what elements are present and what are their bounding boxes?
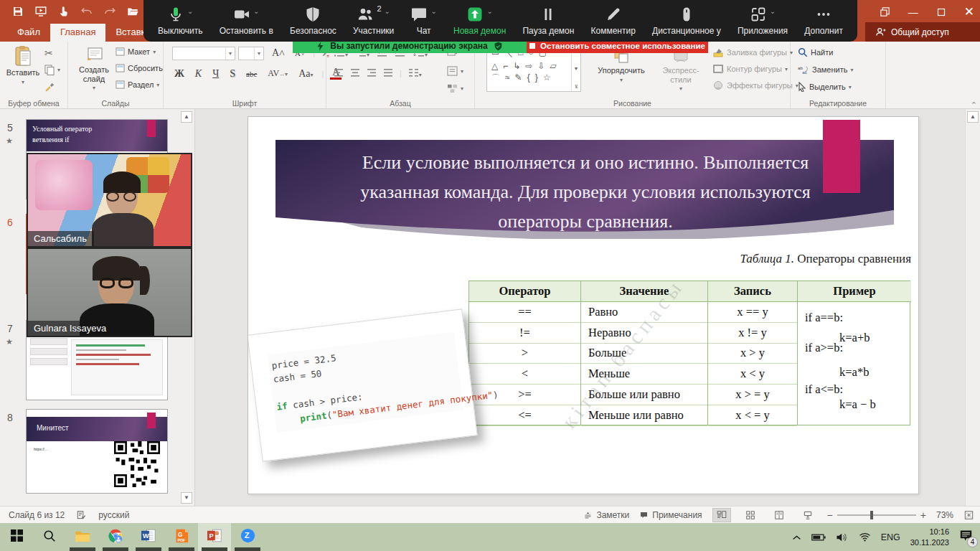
zoom-in-button[interactable]: + bbox=[920, 509, 926, 521]
font-underline-button[interactable]: Ч bbox=[210, 68, 221, 80]
fit-to-window-icon[interactable] bbox=[963, 510, 974, 520]
zoom-annotate-button[interactable]: Комментир bbox=[588, 0, 639, 42]
zoom-new-share-button[interactable]: ⌄ Новая демон bbox=[451, 0, 509, 42]
quick-styles-button[interactable]: Экспресс-стили▾ bbox=[656, 47, 706, 92]
close-button[interactable]: ✕ bbox=[964, 4, 974, 19]
font-name-input[interactable]: ▾ bbox=[172, 47, 235, 60]
comments-button[interactable]: Примечания bbox=[639, 510, 702, 520]
save-icon[interactable] bbox=[11, 5, 24, 18]
code-snippet-image[interactable]: price = 32.5cash = 50 if cash > price: p… bbox=[248, 309, 478, 461]
taskbar-explorer-button[interactable] bbox=[66, 523, 99, 551]
shapes-gallery-scroll[interactable]: ▲▼⊻ bbox=[571, 47, 580, 91]
zoom-remote-control-button[interactable]: Дистанционное у bbox=[649, 0, 724, 42]
shape-icon[interactable]: ▱ bbox=[550, 61, 556, 71]
shape-icon[interactable]: ⌒ bbox=[491, 72, 500, 85]
font-bold-button[interactable]: Ж bbox=[172, 68, 187, 80]
zoom-mute-button[interactable]: ⌄ Выключить bbox=[155, 0, 205, 42]
current-slide[interactable]: Если условие выполняется и оно истинно. … bbox=[248, 116, 919, 494]
slide-sorter-view-button[interactable] bbox=[741, 508, 760, 522]
shape-icon[interactable]: ⌐ bbox=[503, 61, 508, 71]
taskbar-zoom-app-button[interactable]: Z bbox=[231, 523, 264, 551]
popout-icon[interactable] bbox=[880, 7, 890, 17]
taskbar-powerpoint-button[interactable]: P bbox=[198, 523, 231, 551]
tab-Файл[interactable]: Файл bbox=[7, 24, 50, 42]
tray-expand-icon[interactable] bbox=[792, 534, 801, 541]
canvas-scrollbar[interactable]: ▲ bbox=[965, 109, 980, 506]
comparison-operators-table[interactable]: Оператор==!=><>=<=ЗначениеРавноНеравноБо… bbox=[468, 281, 910, 425]
align-text-button[interactable]: ▾ bbox=[447, 66, 463, 76]
section-button[interactable]: Раздел▾ bbox=[116, 80, 159, 89]
convert-smartart-button[interactable]: ▾ bbox=[447, 83, 463, 93]
canvas-scroll-up[interactable]: ▲ bbox=[967, 111, 979, 123]
align-left-button[interactable] bbox=[334, 68, 344, 78]
paste-button[interactable]: Вставить▾ bbox=[4, 45, 42, 85]
font-shadow-button[interactable]: S bbox=[227, 68, 237, 80]
maximize-button[interactable] bbox=[937, 8, 946, 17]
change-case-button[interactable]: Aa▾ bbox=[296, 68, 315, 80]
slideshow-view-button[interactable] bbox=[798, 508, 817, 522]
tab-Главная[interactable]: Главная bbox=[50, 24, 105, 42]
font-size-input[interactable]: ▾ bbox=[238, 47, 264, 60]
justify-button[interactable] bbox=[383, 68, 393, 78]
font-italic-button[interactable]: К bbox=[193, 68, 204, 80]
zoom-slider[interactable]: − + bbox=[827, 509, 926, 521]
share-access-button[interactable]: Общий доступ bbox=[865, 22, 980, 42]
notification-center-button[interactable]: 4 bbox=[959, 529, 973, 545]
taskbar-chrome-button[interactable] bbox=[99, 523, 132, 551]
layout-button[interactable]: Макет▾ bbox=[116, 47, 156, 56]
zoom-level[interactable]: 73% bbox=[936, 510, 953, 520]
video-tile-1[interactable]: Сальсабиль bbox=[27, 153, 192, 248]
chevron-down-icon[interactable]: ⌄ bbox=[486, 7, 492, 15]
battery-icon[interactable] bbox=[811, 533, 826, 542]
shape-icon[interactable]: ✎ bbox=[515, 72, 522, 85]
shape-icon[interactable]: ↳ bbox=[513, 61, 520, 71]
zoom-apps-button[interactable]: ⌄ Приложения bbox=[735, 0, 791, 42]
scroll-down-button[interactable]: ▼ bbox=[181, 492, 192, 504]
wifi-icon[interactable] bbox=[859, 532, 871, 542]
chevron-down-icon[interactable]: ⌄ bbox=[253, 7, 259, 15]
spellcheck-icon[interactable] bbox=[76, 510, 87, 520]
taskbar-start-button[interactable] bbox=[0, 523, 33, 551]
new-slide-button[interactable]: Создать слайд▾ bbox=[74, 45, 114, 91]
taskbar-word-button[interactable]: W bbox=[132, 523, 165, 551]
slide-title-text[interactable]: Если условие выполняется и оно истинно. … bbox=[298, 149, 872, 236]
replace-button[interactable]: abacЗаменить▾ bbox=[798, 65, 853, 75]
touch-mode-icon[interactable] bbox=[57, 5, 70, 18]
shape-fill-button[interactable]: Заливка фигуры▾ bbox=[713, 47, 793, 57]
cut-button[interactable]: ✂ bbox=[44, 47, 53, 59]
collapse-ribbon-icon[interactable]: ⌃ bbox=[971, 100, 977, 110]
zoom-security-button[interactable]: Безопаснос bbox=[287, 0, 339, 42]
slide-thumbnail-8[interactable]: Минитест https://… bbox=[26, 409, 168, 494]
shape-icon[interactable]: { bbox=[527, 72, 530, 85]
chevron-down-icon[interactable]: ⌄ bbox=[385, 7, 390, 15]
language-indicator[interactable]: русский bbox=[98, 510, 129, 520]
notes-button[interactable]: Заметки bbox=[583, 510, 629, 520]
clock[interactable]: 10:16 30.11.2023 bbox=[910, 527, 949, 547]
input-language[interactable]: ENG bbox=[881, 532, 900, 542]
open-folder-icon[interactable] bbox=[126, 5, 139, 18]
shape-icon[interactable]: △ bbox=[491, 61, 498, 71]
shape-icon[interactable]: ≈ bbox=[505, 72, 510, 85]
volume-icon[interactable] bbox=[836, 532, 849, 542]
reset-button[interactable]: Сбросить bbox=[116, 64, 163, 72]
chevron-down-icon[interactable]: ⌄ bbox=[187, 7, 193, 15]
taskbar-foxit-button[interactable]: GPDF bbox=[165, 523, 198, 551]
shape-icon[interactable]: ⇩ bbox=[537, 61, 545, 71]
shape-icon[interactable]: } bbox=[535, 72, 538, 85]
undo-icon[interactable] bbox=[80, 5, 93, 18]
start-slideshow-icon[interactable] bbox=[34, 5, 47, 18]
shape-icon[interactable]: ⇨ bbox=[525, 61, 532, 71]
zoom-slider-thumb[interactable] bbox=[870, 511, 873, 519]
align-right-button[interactable] bbox=[367, 68, 377, 78]
copy-button[interactable]: ▾ bbox=[44, 65, 60, 75]
video-tile-2[interactable]: Gulnara Issayeva bbox=[27, 248, 192, 337]
columns-button[interactable]: ▾ bbox=[408, 68, 422, 78]
chevron-down-icon[interactable]: ⌄ bbox=[430, 7, 436, 15]
reading-view-button[interactable] bbox=[770, 508, 788, 522]
char-spacing-button[interactable]: AV↔▾ bbox=[265, 68, 290, 79]
align-center-button[interactable] bbox=[350, 68, 360, 78]
format-painter-button[interactable] bbox=[44, 82, 55, 92]
zoom-more-button[interactable]: Дополнит bbox=[801, 0, 846, 42]
zoom-out-button[interactable]: − bbox=[827, 509, 833, 521]
chevron-down-icon[interactable]: ⌄ bbox=[770, 7, 776, 15]
